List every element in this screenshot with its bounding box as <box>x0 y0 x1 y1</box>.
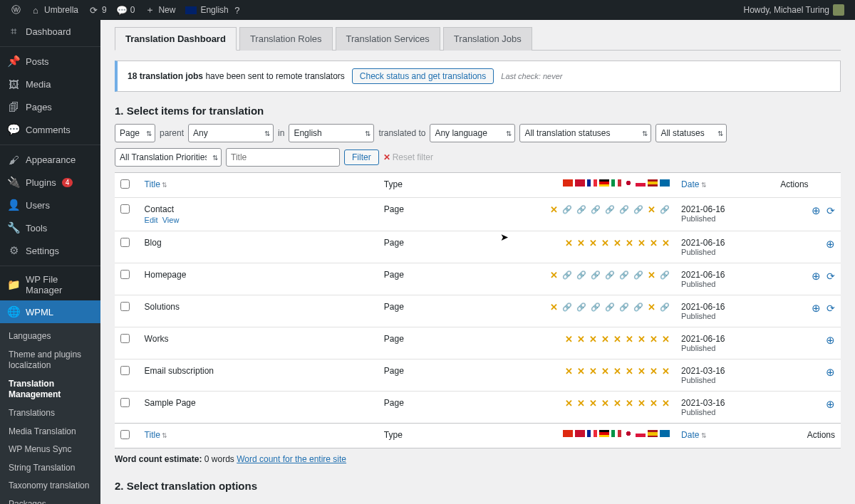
row-checkbox[interactable] <box>120 204 130 214</box>
filter-source-lang[interactable]: English <box>289 124 374 142</box>
sidebar-item-posts[interactable]: 📌Posts <box>0 46 100 73</box>
status-linked-icon[interactable]: 🔗 <box>633 205 643 214</box>
row-checkbox[interactable] <box>120 366 130 375</box>
sidebar-item-settings[interactable]: ⚙Settings <box>0 239 100 262</box>
updates-link[interactable]: ⟳9 <box>83 5 112 15</box>
status-linked-icon[interactable]: 🔗 <box>605 303 615 312</box>
add-translation-icon[interactable]: ⊕ <box>812 270 821 283</box>
status-untranslated-icon[interactable]: ✕ <box>626 366 633 377</box>
add-translation-icon[interactable]: ⊕ <box>826 366 835 379</box>
sidebar-item-pages[interactable]: 🗐Pages <box>0 95 100 118</box>
status-untranslated-icon[interactable]: ✕ <box>601 238 609 248</box>
select-all-top[interactable] <box>120 179 130 189</box>
sidebar-item-filemanager[interactable]: 📁WP File Manager <box>0 266 100 300</box>
view-link[interactable]: View <box>162 216 180 224</box>
row-checkbox[interactable] <box>120 334 130 343</box>
status-untranslated-icon[interactable]: ✕ <box>577 238 585 248</box>
tab-dashboard[interactable]: Translation Dashboard <box>115 27 237 51</box>
status-untranslated-icon[interactable]: ✕ <box>662 334 670 345</box>
filter-statuses2[interactable]: All statuses <box>656 124 727 142</box>
add-translation-icon[interactable]: ⊕ <box>826 398 835 411</box>
status-linked-icon[interactable]: 🔗 <box>605 271 615 280</box>
status-untranslated-icon[interactable]: ✕ <box>648 302 656 313</box>
status-linked-icon[interactable]: 🔗 <box>619 205 629 214</box>
sidebar-item-dashboard[interactable]: ⌗Dashboard <box>0 20 100 43</box>
refresh-icon[interactable]: ⟳ <box>826 303 835 314</box>
edit-link[interactable]: Edit <box>145 216 158 224</box>
filter-target-lang[interactable]: Any language <box>430 124 515 142</box>
status-untranslated-icon[interactable]: ✕ <box>638 238 646 248</box>
status-untranslated-icon[interactable]: ✕ <box>613 398 621 409</box>
sub-translations[interactable]: Translations <box>0 404 100 423</box>
status-untranslated-icon[interactable]: ✕ <box>638 366 646 377</box>
row-checkbox[interactable] <box>120 302 130 311</box>
status-linked-icon[interactable]: 🔗 <box>576 271 586 280</box>
tab-jobs[interactable]: Translation Jobs <box>443 27 532 51</box>
status-untranslated-icon[interactable]: ✕ <box>650 398 658 409</box>
status-untranslated-icon[interactable]: ✕ <box>565 398 573 409</box>
status-untranslated-icon[interactable]: ✕ <box>613 238 621 248</box>
status-untranslated-icon[interactable]: ✕ <box>565 238 573 248</box>
sidebar-item-media[interactable]: 🖼Media <box>0 73 100 95</box>
foot-date[interactable]: Date <box>675 424 774 448</box>
status-linked-icon[interactable]: 🔗 <box>660 205 670 214</box>
reset-filter[interactable]: ✕Reset filter <box>383 152 433 162</box>
status-untranslated-icon[interactable]: ✕ <box>565 366 573 377</box>
status-untranslated-icon[interactable]: ✕ <box>589 398 597 409</box>
status-linked-icon[interactable]: 🔗 <box>591 205 601 214</box>
status-untranslated-icon[interactable]: ✕ <box>626 238 633 248</box>
filter-title-input[interactable] <box>226 148 340 167</box>
status-untranslated-icon[interactable]: ✕ <box>601 334 609 345</box>
status-linked-icon[interactable]: 🔗 <box>576 205 586 214</box>
sub-theme-plugins[interactable]: Theme and plugins localization <box>0 346 100 375</box>
status-untranslated-icon[interactable]: ✕ <box>565 334 573 345</box>
status-linked-icon[interactable]: 🔗 <box>619 303 629 312</box>
status-untranslated-icon[interactable]: ✕ <box>626 398 633 409</box>
tab-services[interactable]: Translation Services <box>336 27 440 51</box>
status-untranslated-icon[interactable]: ✕ <box>589 238 597 248</box>
add-translation-icon[interactable]: ⊕ <box>812 302 821 315</box>
filter-button[interactable]: Filter <box>344 149 379 165</box>
check-status-button[interactable]: Check status and get translations <box>352 68 494 84</box>
add-translation-icon[interactable]: ⊕ <box>826 334 835 347</box>
refresh-icon[interactable]: ⟳ <box>826 205 835 216</box>
add-translation-icon[interactable]: ⊕ <box>826 238 835 251</box>
refresh-icon[interactable]: ⟳ <box>826 271 835 282</box>
sub-menus-sync[interactable]: WP Menus Sync <box>0 441 100 459</box>
sub-taxonomy-translation[interactable]: Taxonomy translation <box>0 477 100 495</box>
language-switch[interactable]: English? <box>180 5 247 15</box>
row-checkbox[interactable] <box>120 270 130 279</box>
status-untranslated-icon[interactable]: ✕ <box>650 334 658 345</box>
status-untranslated-icon[interactable]: ✕ <box>662 238 670 248</box>
status-untranslated-icon[interactable]: ✕ <box>638 334 646 345</box>
status-untranslated-icon[interactable]: ✕ <box>577 366 585 377</box>
status-untranslated-icon[interactable]: ✕ <box>601 366 609 377</box>
status-untranslated-icon[interactable]: ✕ <box>589 366 597 377</box>
sidebar-item-tools[interactable]: 🔧Tools <box>0 216 100 239</box>
sidebar-item-plugins[interactable]: 🔌Plugins4 <box>0 171 100 194</box>
filter-priority[interactable]: All Translation Priorities <box>115 148 222 167</box>
sub-languages[interactable]: Languages <box>0 327 100 346</box>
status-linked-icon[interactable]: 🔗 <box>562 271 572 280</box>
status-untranslated-icon[interactable]: ✕ <box>662 398 670 409</box>
status-linked-icon[interactable]: 🔗 <box>605 205 615 214</box>
sub-media-translation[interactable]: Media Translation <box>0 423 100 441</box>
new-link[interactable]: ＋New <box>140 5 180 15</box>
status-linked-icon[interactable]: 🔗 <box>591 271 601 280</box>
status-linked-icon[interactable]: 🔗 <box>562 303 572 312</box>
status-untranslated-icon[interactable]: ✕ <box>613 366 621 377</box>
status-untranslated-icon[interactable]: ✕ <box>626 334 633 345</box>
sidebar-item-wpml[interactable]: 🌐WPML <box>0 300 100 323</box>
comments-link[interactable]: 💬0 <box>112 5 140 15</box>
wp-logo[interactable]: ⓦ <box>6 5 26 15</box>
sidebar-item-appearance[interactable]: 🖌Appearance <box>0 145 100 171</box>
sub-packages[interactable]: Packages <box>0 495 100 504</box>
status-untranslated-icon[interactable]: ✕ <box>577 334 585 345</box>
sub-translation-management[interactable]: Translation Management <box>0 375 100 404</box>
status-untranslated-icon[interactable]: ✕ <box>662 366 670 377</box>
status-linked-icon[interactable]: 🔗 <box>591 303 601 312</box>
status-untranslated-icon[interactable]: ✕ <box>577 398 585 409</box>
wordcount-link[interactable]: Word count for the entire site <box>237 454 346 464</box>
sidebar-item-users[interactable]: 👤Users <box>0 194 100 216</box>
status-untranslated-icon[interactable]: ✕ <box>648 204 656 215</box>
